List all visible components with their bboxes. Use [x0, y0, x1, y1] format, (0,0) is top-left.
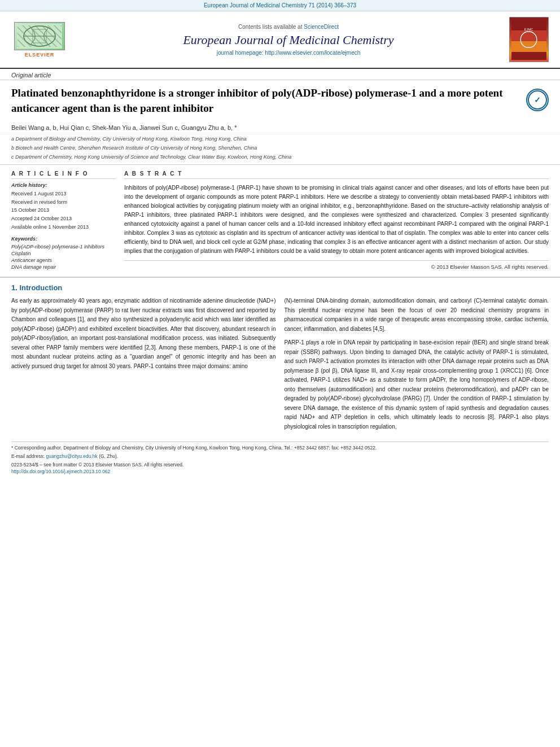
article-info-column: A R T I C L E I N F O Article history: R… [11, 171, 116, 271]
article-info-section: A R T I C L E I N F O Article history: R… [11, 171, 116, 230]
email-note: E-mail address: guangzhu@cityu.edu.hk (G… [11, 453, 549, 460]
copyright-notice: © 2013 Elsevier Masson SAS. All rights r… [124, 260, 549, 270]
svg-point-1 [24, 26, 55, 46]
keyword-2: Cisplatin [11, 251, 116, 256]
crossmark-badge[interactable]: ✓ [526, 89, 549, 111]
keywords-section: Keywords: Poly(ADP-ribose) polymerase-1 … [11, 236, 116, 270]
affiliation-a: a Department of Biology and Chemistry, C… [0, 134, 560, 143]
intro-para-right-2: PARP-1 plays a role in DNA repair by par… [285, 338, 549, 431]
abstract-text: Inhibitors of poly(ADP-ribose) polymeras… [124, 184, 549, 256]
svg-rect-6 [511, 41, 546, 51]
affiliation-c: c Department of Chemistry, Hong Kong Uni… [0, 152, 560, 161]
received-revised-label: Received in revised form [11, 199, 116, 206]
keyword-3: Anticancer agents [11, 257, 116, 263]
introduction-heading: 1. Introduction [11, 283, 549, 292]
journal-citation: European Journal of Medicinal Chemistry … [204, 2, 356, 8]
svg-rect-5 [511, 30, 546, 41]
sciencedirect-line: Contents lists available at ScienceDirec… [73, 24, 504, 30]
elsevier-wordmark: ELSEVIER [25, 52, 55, 58]
body-left-column: As early as approximately 40 years ago, … [11, 296, 276, 436]
journal-header: ELSEVIER Contents lists available at Sci… [0, 11, 560, 69]
homepage-link[interactable]: http://www.elsevier.com/locate/ejmech [265, 50, 360, 56]
journal-title: European Journal of Medicinal Chemistry [73, 33, 504, 47]
elsevier-logo-block: ELSEVIER [11, 22, 68, 58]
article-info-title: A R T I C L E I N F O [11, 171, 116, 179]
intro-para-right-1: (N)-terminal DNA-binding domain, automod… [285, 296, 549, 334]
elsevier-logo-image [14, 22, 65, 50]
affiliation-b: b Biotech and Health Centre, Shenzhen Re… [0, 143, 560, 152]
issn-line: 0223-5234/$ – see front matter © 2013 El… [11, 462, 549, 468]
article-type-label: Original article [0, 69, 560, 80]
keyword-4: DNA damage repair [11, 264, 116, 270]
article-title: Platinated benzonaphthyridone is a stron… [11, 86, 520, 116]
journal-center-block: Contents lists available at ScienceDirec… [73, 24, 504, 56]
svg-rect-3 [33, 29, 46, 43]
doi-link[interactable]: http://dx.doi.org/10.1016/j.ejmech.2013.… [11, 469, 549, 474]
body-section: 1. Introduction As early as approximatel… [0, 277, 560, 480]
article-history-label: Article history: [11, 182, 116, 188]
received-date: Received 1 August 2013 [11, 190, 116, 198]
body-content: As early as approximately 40 years ago, … [11, 296, 549, 436]
corresponding-author-note: * Corresponding author. Department of Bi… [11, 445, 549, 452]
authors-text: Beilei Wang a, b, Hui Qian c, Shek-Man Y… [11, 124, 237, 131]
sciencedirect-link[interactable]: ScienceDirect [304, 24, 339, 30]
body-right-column: (N)-terminal DNA-binding domain, automod… [285, 296, 549, 436]
svg-text:EJMC: EJMC [524, 27, 533, 30]
journal-citation-bar: European Journal of Medicinal Chemistry … [0, 0, 560, 11]
footnotes-section: * Corresponding author. Department of Bi… [11, 442, 549, 474]
email-link[interactable]: guangzhu@cityu.edu.hk [46, 453, 97, 459]
authors-line: Beilei Wang a, b, Hui Qian c, Shek-Man Y… [0, 121, 560, 134]
intro-para-left: As early as approximately 40 years ago, … [11, 296, 276, 371]
accepted-date: Accepted 24 October 2013 [11, 215, 116, 222]
main-content-area: A R T I C L E I N F O Article history: R… [0, 164, 560, 277]
keyword-1: Poly(ADP-ribose) polymerase-1 inhibitors [11, 244, 116, 250]
article-header: Platinated benzonaphthyridone is a stron… [0, 80, 560, 121]
journal-homepage: journal homepage: http://www.elsevier.co… [73, 50, 504, 56]
available-date: Available online 1 November 2013 [11, 224, 116, 231]
received-revised-date: 15 October 2013 [11, 207, 116, 214]
abstract-title: A B S T R A C T [124, 171, 549, 179]
journal-cover-thumbnail: EJMC [509, 17, 549, 62]
abstract-column: A B S T R A C T Inhibitors of poly(ADP-r… [124, 171, 549, 271]
svg-rect-0 [17, 24, 62, 49]
keywords-label: Keywords: [11, 236, 116, 242]
svg-text:✓: ✓ [534, 95, 541, 104]
